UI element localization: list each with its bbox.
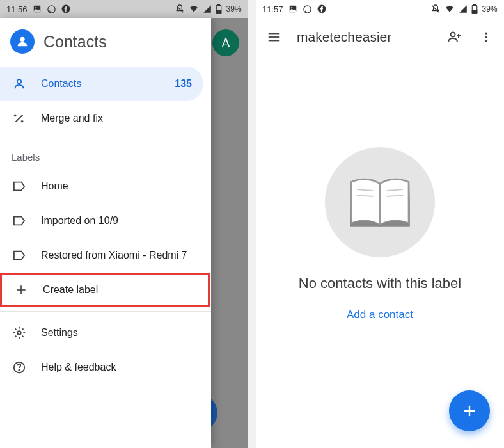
- svg-rect-6: [218, 4, 220, 6]
- nav-contacts-count: 135: [175, 78, 192, 90]
- menu-button[interactable]: [265, 28, 283, 46]
- create-label-text: Create label: [43, 284, 98, 296]
- label-home[interactable]: Home: [0, 169, 211, 204]
- nav-help[interactable]: Help & feedback: [0, 350, 211, 385]
- phone-right: 11:57 39% maketecheasier: [256, 0, 504, 448]
- battery-icon: [471, 4, 478, 14]
- svg-point-2: [47, 5, 54, 12]
- svg-point-10: [20, 37, 24, 42]
- whatsapp-icon: [47, 4, 56, 14]
- account-avatar[interactable]: A: [212, 29, 239, 56]
- svg-point-37: [485, 36, 487, 38]
- label-imported-text: Imported on 10/9: [41, 215, 118, 227]
- settings-label: Settings: [41, 327, 78, 339]
- page-title: maketecheasier: [297, 29, 391, 45]
- svg-point-33: [451, 33, 455, 37]
- nav-contacts-label: Contacts: [41, 78, 81, 90]
- whatsapp-icon: [303, 4, 312, 14]
- wifi-icon: [189, 4, 199, 13]
- person-icon: [12, 76, 27, 92]
- svg-rect-29: [473, 10, 478, 13]
- label-home-text: Home: [41, 180, 68, 192]
- more-button[interactable]: [477, 28, 495, 46]
- gear-icon: [12, 325, 27, 340]
- avatar-letter: A: [222, 36, 230, 50]
- svg-point-38: [485, 40, 487, 42]
- facebook-icon: [61, 4, 70, 13]
- battery-icon: [216, 4, 222, 14]
- nav-merge-fix[interactable]: Merge and fix: [0, 101, 211, 136]
- empty-state: No contacts with this label Add a contac…: [256, 147, 504, 321]
- facebook-icon: [317, 4, 326, 13]
- add-person-button[interactable]: [445, 28, 463, 46]
- label-restored[interactable]: Restored from Xiaomi - Redmi 7: [0, 238, 211, 273]
- empty-message: No contacts with this label: [299, 275, 461, 292]
- status-time: 11:57: [262, 4, 283, 14]
- navigation-drawer: Contacts Contacts 135 Merge and fix Labe…: [0, 18, 211, 448]
- svg-rect-7: [217, 10, 222, 13]
- nav-settings[interactable]: Settings: [0, 316, 211, 350]
- wifi-icon: [445, 4, 455, 13]
- app-header: maketecheasier: [256, 18, 504, 56]
- label-restored-text: Restored from Xiaomi - Redmi 7: [41, 250, 187, 261]
- svg-rect-28: [474, 4, 476, 6]
- signal-icon: [203, 4, 212, 13]
- svg-point-11: [17, 79, 21, 83]
- help-label: Help & feedback: [41, 362, 116, 373]
- svg-point-21: [19, 369, 19, 370]
- svg-point-24: [303, 5, 310, 12]
- help-icon: [12, 360, 27, 375]
- plus-icon: [13, 282, 29, 298]
- status-bar: 11:56 39%: [0, 0, 248, 18]
- svg-point-19: [17, 331, 21, 335]
- create-label[interactable]: Create label: [0, 273, 210, 307]
- dnd-icon: [430, 4, 441, 14]
- label-icon: [12, 248, 27, 263]
- dnd-icon: [175, 4, 185, 14]
- add-contact-link[interactable]: Add a contact: [347, 308, 413, 321]
- label-imported[interactable]: Imported on 10/9: [0, 204, 211, 238]
- fab-add[interactable]: [449, 390, 490, 431]
- contacts-app-icon: [10, 29, 35, 54]
- drawer-title: Contacts: [43, 33, 107, 51]
- drawer-header: Contacts: [0, 18, 211, 67]
- book-icon: [325, 147, 435, 257]
- wand-icon: [12, 111, 27, 126]
- divider: [0, 311, 211, 312]
- divider: [0, 140, 211, 140]
- gallery-icon: [33, 4, 42, 13]
- labels-section-title: Labels: [0, 144, 211, 169]
- label-icon: [12, 213, 27, 228]
- signal-icon: [459, 4, 468, 13]
- status-time: 11:56: [6, 4, 28, 14]
- svg-point-23: [291, 7, 292, 8]
- gallery-icon: [288, 4, 297, 13]
- status-battery: 39%: [226, 4, 242, 13]
- status-battery: 39%: [482, 4, 498, 13]
- svg-point-36: [485, 33, 487, 35]
- status-bar: 11:57 39%: [256, 0, 504, 18]
- nav-merge-label: Merge and fix: [41, 113, 103, 124]
- label-icon: [12, 179, 27, 194]
- nav-contacts[interactable]: Contacts 135: [0, 67, 203, 101]
- svg-point-1: [35, 7, 36, 8]
- phone-left: 11:56 39% A Co: [0, 0, 248, 448]
